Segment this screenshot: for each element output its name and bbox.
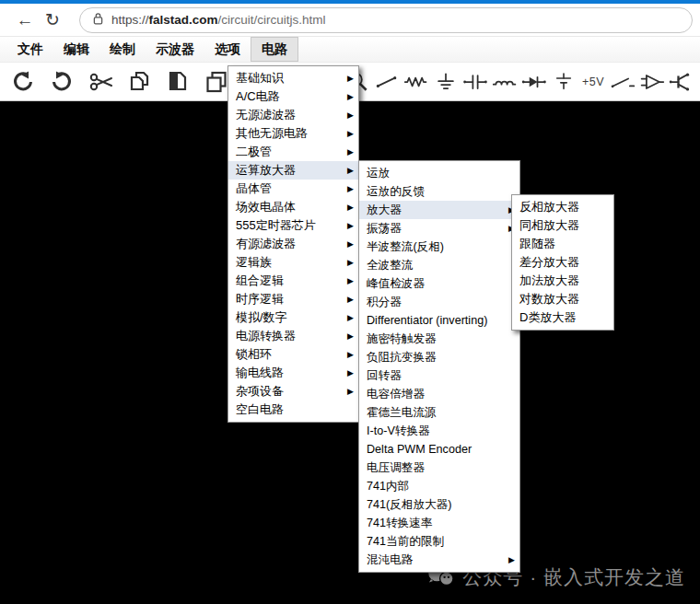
- reload-icon[interactable]: ↻: [39, 7, 66, 33]
- menu-item-label: 有源滤波器: [236, 237, 296, 250]
- menu-item[interactable]: 对数放大器: [512, 290, 613, 308]
- switch-icon[interactable]: [610, 68, 636, 96]
- menu-item[interactable]: 放大器▶: [359, 201, 519, 219]
- menu-item-label: 混沌电路: [367, 553, 413, 566]
- menu-item[interactable]: 电源转换器▶: [228, 327, 358, 345]
- undo-icon[interactable]: [9, 68, 37, 96]
- menu-item[interactable]: 无源滤波器▶: [228, 106, 358, 124]
- url-path: /circuit/circuitjs.html: [218, 13, 326, 27]
- menu-item-label: 跟随器: [519, 237, 555, 250]
- toolbar-edit-group: [9, 63, 230, 100]
- menu-item[interactable]: 晶体管▶: [228, 180, 358, 198]
- submenu-arrow-icon: ▶: [347, 345, 354, 364]
- menu-item[interactable]: 反相放大器: [512, 198, 613, 216]
- menu-item-label: 其他无源电路: [236, 126, 308, 140]
- menu-item[interactable]: 加法放大器: [512, 272, 613, 290]
- submenu-arrow-icon: ▶: [347, 161, 354, 180]
- menu-item-label: 峰值检波器: [367, 277, 425, 290]
- menubar-item[interactable]: 绘制: [99, 37, 146, 62]
- menu-item[interactable]: 振荡器▶: [359, 219, 519, 238]
- menu-item[interactable]: 逻辑族▶: [228, 253, 358, 272]
- menu-item[interactable]: 全波整流: [359, 256, 519, 274]
- menubar-item[interactable]: 编辑: [53, 37, 99, 62]
- menubar-item[interactable]: 文件: [7, 37, 53, 62]
- capacitor-icon[interactable]: [462, 68, 488, 96]
- paste-icon[interactable]: [164, 68, 192, 96]
- submenu-arrow-icon: ▶: [347, 253, 354, 272]
- resistor-icon[interactable]: [403, 68, 429, 96]
- menu-item[interactable]: Delta PWM Encoder: [359, 440, 519, 459]
- address-bar[interactable]: https://falstad.com/circuit/circuitjs.ht…: [79, 7, 693, 33]
- menu-item-label: 振荡器: [367, 222, 402, 235]
- inductor-icon[interactable]: [492, 68, 518, 96]
- menu-item[interactable]: Differentiator (inverting): [359, 311, 519, 330]
- menu-item-label: 无源滤波器: [236, 108, 296, 122]
- wire-icon[interactable]: [374, 68, 400, 96]
- menu-item[interactable]: 运放: [359, 164, 519, 182]
- menubar-item[interactable]: 示波器: [146, 37, 204, 62]
- menu-item[interactable]: 电压调整器: [359, 459, 519, 477]
- submenu-arrow-icon: ▶: [347, 364, 354, 382]
- ground-icon[interactable]: [433, 68, 459, 96]
- cut-scissors-icon[interactable]: [87, 68, 114, 96]
- menu-item[interactable]: 混沌电路▶: [359, 551, 519, 569]
- menu-item[interactable]: 741转换速率: [359, 514, 519, 532]
- menu-item[interactable]: 组合逻辑▶: [228, 272, 358, 290]
- menu-item[interactable]: 555定时器芯片▶: [228, 216, 358, 235]
- menubar-item[interactable]: 电路: [251, 37, 298, 62]
- menu-item[interactable]: 运放的反馈: [359, 182, 519, 201]
- menu-item[interactable]: 跟随器: [512, 235, 613, 253]
- menu-item[interactable]: 差分放大器: [512, 253, 613, 272]
- menu-item[interactable]: D类放大器: [512, 308, 613, 327]
- menu-item[interactable]: I-to-V转换器: [359, 422, 519, 440]
- menu-item[interactable]: 施密特触发器: [359, 330, 519, 348]
- menu-item[interactable]: 半波整流(反相): [359, 238, 519, 256]
- menu-item[interactable]: 场效电晶体▶: [228, 198, 358, 216]
- menu-item[interactable]: A/C电路▶: [228, 87, 358, 106]
- menu-item-label: 二极管: [236, 145, 272, 158]
- menu-item[interactable]: 积分器: [359, 293, 519, 311]
- menu-item[interactable]: 杂项设备▶: [228, 382, 358, 401]
- menu-item[interactable]: 霍德兰电流源: [359, 403, 519, 422]
- menu-item[interactable]: 741当前的限制: [359, 532, 519, 551]
- menu-item[interactable]: 模拟/数字▶: [228, 308, 358, 327]
- menu-item-label: 同相放大器: [519, 218, 579, 232]
- copy-icon[interactable]: [125, 68, 153, 96]
- back-arrow-icon[interactable]: ←: [11, 7, 39, 33]
- menu-item[interactable]: 有源滤波器▶: [228, 235, 358, 253]
- submenu-arrow-icon: ▶: [347, 180, 354, 198]
- amplifiers-submenu: 反相放大器同相放大器跟随器差分放大器加法放大器对数放大器D类放大器: [511, 194, 614, 331]
- menu-item[interactable]: 时序逻辑▶: [228, 290, 358, 308]
- menu-item[interactable]: 峰值检波器: [359, 274, 519, 293]
- menu-item-label: A/C电路: [236, 89, 280, 103]
- opamps-submenu: 运放运放的反馈放大器▶振荡器▶半波整流(反相)全波整流峰值检波器积分器Diffe…: [358, 160, 520, 573]
- submenu-arrow-icon: ▶: [347, 235, 354, 253]
- menu-item[interactable]: 741(反相放大器): [359, 495, 519, 514]
- battery-icon[interactable]: [551, 68, 577, 96]
- plus5v-icon[interactable]: +5V: [580, 68, 606, 96]
- duplicate-icon[interactable]: [203, 68, 230, 96]
- menu-item[interactable]: 同相放大器: [512, 216, 613, 235]
- menu-item[interactable]: 电容倍增器: [359, 385, 519, 403]
- menu-item[interactable]: 741内部: [359, 477, 519, 495]
- menu-item[interactable]: 负阻抗变换器: [359, 348, 519, 366]
- submenu-arrow-icon: ▶: [347, 143, 354, 161]
- transistor-icon[interactable]: [669, 68, 694, 96]
- menu-item[interactable]: 输电线路▶: [228, 364, 358, 382]
- menu-item[interactable]: 其他无源电路▶: [228, 124, 358, 143]
- opamp-icon[interactable]: [639, 68, 665, 96]
- submenu-arrow-icon: ▶: [347, 198, 354, 216]
- redo-icon[interactable]: [48, 68, 76, 96]
- menu-item-label: D类放大器: [519, 310, 576, 324]
- menu-item-label: 回转器: [367, 369, 402, 382]
- menubar-item[interactable]: 选项: [204, 37, 251, 62]
- menu-item[interactable]: 基础知识▶: [228, 69, 358, 87]
- menu-item[interactable]: 空白电路: [228, 401, 358, 419]
- browser-toolbar: ← ↻ https://falstad.com/circuit/circuitj…: [0, 4, 700, 37]
- diode-icon[interactable]: [521, 68, 547, 96]
- menu-item[interactable]: 回转器: [359, 366, 519, 385]
- menu-item[interactable]: 二极管▶: [228, 143, 358, 161]
- menu-item[interactable]: 运算放大器▶: [228, 161, 358, 180]
- menu-item-label: 施密特触发器: [367, 332, 437, 345]
- menu-item[interactable]: 锁相环▶: [228, 345, 358, 364]
